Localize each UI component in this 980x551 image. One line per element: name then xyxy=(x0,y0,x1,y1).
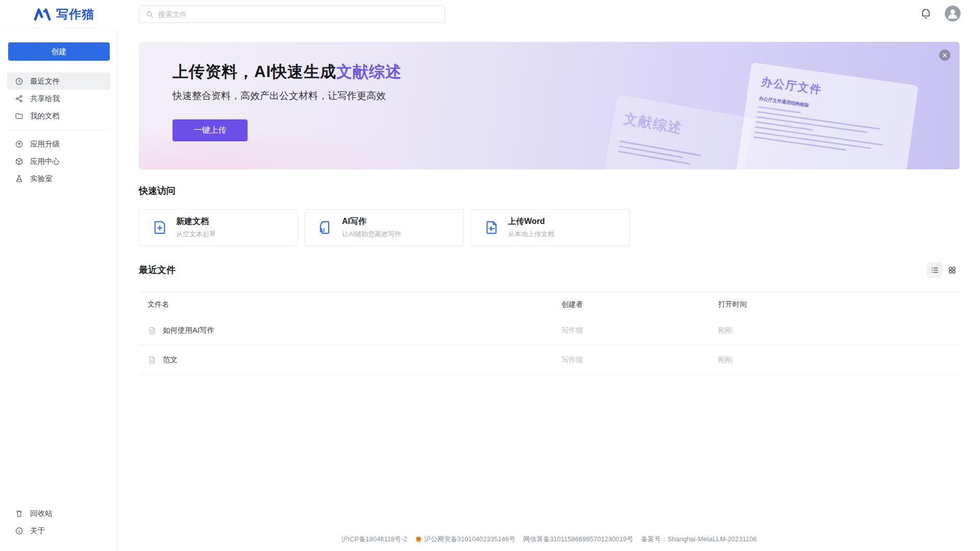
sidebar-item-label: 实验室 xyxy=(30,174,53,184)
quick-access-cards: 新建文档 从空文本起草 AI AI写作 让AI辅助您高效写作 上传Word xyxy=(139,209,960,246)
column-header-creator: 创建者 xyxy=(561,300,718,309)
search-box[interactable] xyxy=(139,5,445,23)
sidebar-item-label: 最近文件 xyxy=(30,77,60,86)
share-icon xyxy=(15,94,23,103)
sidebar-item-label: 我的文档 xyxy=(30,111,60,121)
promo-banner: 文献综述 办公厅文件 办公厅文件通用结构框架 上传资料，AI快速生成文献综述 快… xyxy=(139,42,960,169)
sidebar-item-lab[interactable]: 实验室 xyxy=(7,170,110,187)
card-new-document[interactable]: 新建文档 从空文本起草 xyxy=(139,209,298,246)
column-header-open-time: 打开时间 xyxy=(718,300,960,309)
card-subtitle: 从本地上传文档 xyxy=(508,230,554,239)
footer-icp: 沪ICP备18046118号-2 xyxy=(341,535,407,544)
doc-ai-icon: AI xyxy=(317,219,334,236)
table-header-row: 文件名 创建者 打开时间 xyxy=(139,293,960,316)
sidebar-item-label: 回收站 xyxy=(30,509,53,518)
user-avatar[interactable] xyxy=(945,6,961,21)
sidebar-item-about[interactable]: 关于 xyxy=(7,522,110,539)
grid-view-icon xyxy=(948,266,957,274)
info-icon xyxy=(15,527,23,535)
sidebar-item-label: 应用升级 xyxy=(30,139,60,149)
trash-icon xyxy=(15,509,23,518)
banner-title-highlight: 文献综述 xyxy=(336,63,402,81)
file-open-time: 刚刚 xyxy=(718,356,960,365)
file-name: 如何使用AI写作 xyxy=(163,325,214,335)
grid-view-toggle[interactable] xyxy=(944,262,960,278)
topbar: 写作猫 xyxy=(0,0,980,28)
sidebar-bottom-nav: 回收站 关于 xyxy=(0,505,117,539)
file-icon xyxy=(148,356,157,365)
file-open-time: 刚刚 xyxy=(718,326,960,335)
sidebar-item-app-upgrade[interactable]: 应用升级 xyxy=(7,135,110,153)
doc-plus-icon xyxy=(152,219,168,236)
footer-psb: 沪公网安备31010402335146号 xyxy=(424,535,516,544)
flask-icon xyxy=(15,174,23,183)
sidebar-item-label: 关于 xyxy=(30,526,45,536)
folder-icon xyxy=(15,112,23,120)
sidebar-item-label: 应用中心 xyxy=(30,157,60,166)
column-header-filename: 文件名 xyxy=(139,300,561,309)
footer-psb-item: 沪公网安备31010402335146号 xyxy=(415,535,516,544)
svg-text:AI: AI xyxy=(320,228,325,233)
banner-title-prefix: 上传资料，AI快速生成 xyxy=(173,63,336,81)
logo-text: 写作猫 xyxy=(56,6,94,22)
police-badge-icon xyxy=(415,536,422,543)
footer-beian: 备案号：Shanghai-MetaLLM-20231106 xyxy=(641,535,757,544)
sidebar-item-app-center[interactable]: 应用中心 xyxy=(7,153,110,170)
recent-files-header: 最近文件 xyxy=(139,262,960,278)
logo-mark-icon xyxy=(34,8,51,21)
file-icon xyxy=(148,326,157,335)
app-logo[interactable]: 写作猫 xyxy=(34,6,94,22)
create-button[interactable]: 创建 xyxy=(8,42,110,61)
cube-icon xyxy=(15,157,23,166)
view-toggles xyxy=(927,262,960,278)
search-icon xyxy=(145,10,154,18)
one-click-upload-button[interactable]: 一键上传 xyxy=(173,119,248,141)
banner-close-icon[interactable]: ✕ xyxy=(939,49,950,61)
table-row[interactable]: 如何使用AI写作 写作猫 刚刚 xyxy=(139,316,960,345)
main-content: 文献综述 办公厅文件 办公厅文件通用结构框架 上传资料，AI快速生成文献综述 快… xyxy=(118,28,980,551)
recent-files-table: 文件名 创建者 打开时间 如何使用AI写作 写作猫 刚刚 范文 xyxy=(139,292,960,375)
doc-import-icon xyxy=(483,219,500,236)
card-title: 上传Word xyxy=(508,216,554,227)
card-subtitle: 让AI辅助您高效写作 xyxy=(342,230,401,239)
sidebar-item-recent-files[interactable]: 最近文件 xyxy=(7,72,110,90)
clock-icon xyxy=(15,77,23,86)
card-upload-word[interactable]: 上传Word 从本地上传文档 xyxy=(471,209,630,246)
card-ai-writing[interactable]: AI AI写作 让AI辅助您高效写作 xyxy=(305,209,464,246)
arrow-up-circle-icon xyxy=(15,140,23,148)
card-title: 新建文档 xyxy=(176,216,216,227)
card-title: AI写作 xyxy=(342,216,401,227)
list-view-toggle[interactable] xyxy=(927,262,942,278)
banner-preview-doc-back: 文献综述 xyxy=(599,94,753,169)
user-icon xyxy=(945,6,961,21)
table-row[interactable]: 范文 写作猫 刚刚 xyxy=(139,345,960,375)
footer-wangxin: 网信算备310115866995701230019号 xyxy=(523,535,633,544)
sidebar-item-label: 共享给我 xyxy=(30,94,60,104)
sidebar-item-shared-with-me[interactable]: 共享给我 xyxy=(7,90,110,107)
list-view-icon xyxy=(930,266,939,274)
banner-preview-doc-front: 办公厅文件 办公厅文件通用结构框架 xyxy=(736,62,919,169)
preview-back-title: 文献综述 xyxy=(622,109,741,147)
file-creator: 写作猫 xyxy=(561,356,718,365)
search-input[interactable] xyxy=(158,10,438,18)
card-subtitle: 从空文本起草 xyxy=(176,230,216,239)
notification-bell-icon[interactable] xyxy=(919,7,933,20)
file-name: 范文 xyxy=(163,355,178,365)
recent-files-title: 最近文件 xyxy=(139,264,176,276)
banner-title: 上传资料，AI快速生成文献综述 xyxy=(173,61,402,83)
sidebar-item-my-documents[interactable]: 我的文档 xyxy=(7,107,110,124)
footer: 沪ICP备18046118号-2 沪公网安备31010402335146号 网信… xyxy=(118,535,980,544)
file-creator: 写作猫 xyxy=(561,326,718,335)
sidebar: 创建 最近文件 共享给我 我的文档 应用升级 xyxy=(0,28,118,551)
sidebar-item-recycle-bin[interactable]: 回收站 xyxy=(7,505,110,522)
sidebar-divider xyxy=(8,130,109,130)
banner-subtitle: 快速整合资料，高效产出公文材料，让写作更高效 xyxy=(173,89,386,103)
quick-access-title: 快速访问 xyxy=(139,185,960,197)
sidebar-nav: 最近文件 共享给我 我的文档 应用升级 应用中心 xyxy=(0,72,117,187)
